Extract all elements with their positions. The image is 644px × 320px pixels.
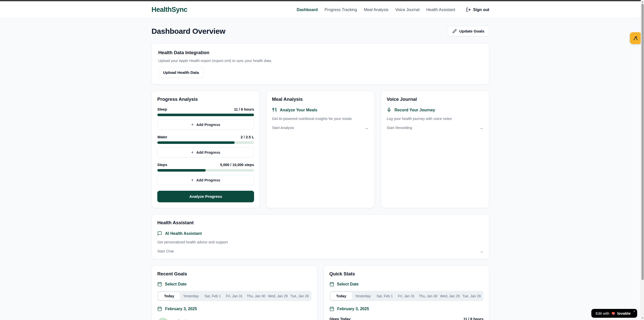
vertical-scrollbar[interactable]: ▲ ▼ [641, 0, 644, 320]
tab-wed-jan-29[interactable]: Wed, Jan 29 [439, 292, 461, 300]
tab-today[interactable]: Today [158, 292, 180, 300]
update-goals-label: Update Goals [459, 29, 484, 34]
tab-thu-jan-30[interactable]: Thu, Jan 30 [417, 292, 439, 300]
nav-health-assistant[interactable]: Health Assistant [426, 8, 455, 12]
heart-gradient-icon [611, 311, 616, 315]
quick-stats-select-date[interactable]: Select Date [329, 282, 484, 286]
goal-steps-progressbar [157, 169, 254, 172]
upload-health-data-button[interactable]: Upload Health Data [158, 67, 204, 78]
arrow-right-icon: → [479, 125, 483, 130]
meal-analysis-card: Meal Analysis Analyze Your Meals Get AI-… [266, 91, 375, 208]
add-progress-label: Add Progress [196, 150, 220, 154]
goal-water-progress-fill [157, 141, 235, 144]
sign-out-label: Sign out [473, 8, 489, 12]
start-recording-action[interactable]: Start Recording → [387, 125, 483, 130]
add-progress-label: Add Progress [196, 123, 220, 127]
calendar-icon [329, 282, 334, 286]
select-date-label: Select Date [165, 282, 187, 286]
meal-analysis-title: Meal Analysis [272, 97, 369, 102]
tab-yesterday[interactable]: Yesterday [180, 292, 202, 300]
recent-goals-current-date[interactable]: February 3, 2025 [157, 306, 312, 311]
start-recording-label: Start Recording [387, 126, 412, 130]
lovable-brand-label: lovable [617, 311, 631, 315]
tab-sat-feb-1[interactable]: Sat, Feb 1 [374, 292, 395, 300]
recent-goals-select-date[interactable]: Select Date [157, 282, 312, 286]
health-data-integration-card: Health Data Integration Upload your Appl… [151, 43, 489, 85]
close-icon[interactable]: × [633, 310, 635, 313]
quick-stats-date-tabs: Today Yesterday Sat, Feb 1 Fri, Jan 31 T… [329, 291, 484, 301]
app-header: HealthSync Dashboard Progress Tracking M… [0, 1, 641, 18]
ai-health-assistant-link[interactable]: AI Health Assistant [157, 231, 483, 236]
calendar-icon [329, 306, 334, 311]
voice-journal-description: Log your health journey with voice notes [387, 117, 483, 121]
scrollbar-down-arrow[interactable]: ▼ [641, 316, 644, 320]
tab-sat-feb-1[interactable]: Sat, Feb 1 [202, 292, 223, 300]
hdi-title: Health Data Integration [158, 50, 482, 55]
ai-health-assistant-label: AI Health Assistant [165, 231, 202, 236]
goal-item-name: Daily Sleep [173, 319, 193, 320]
goal-steps-label: Steps [157, 163, 167, 167]
analyze-progress-button[interactable]: Analyze Progress [157, 191, 254, 202]
meal-analysis-description: Get AI-powered nutritional insights for … [272, 117, 369, 121]
start-analysis-action[interactable]: Start Analysis → [272, 125, 369, 130]
scrollbar-up-arrow[interactable]: ▲ [641, 0, 644, 4]
sign-out-icon [466, 7, 471, 12]
record-your-journey-link[interactable]: Record Your Journey [387, 108, 483, 112]
nav-voice-journal[interactable]: Voice Journal [395, 8, 419, 12]
goal-steps-value: 5,000 / 10,000 steps [220, 163, 254, 167]
quick-stats-title: Quick Stats [329, 271, 484, 277]
calendar-icon [157, 306, 162, 311]
recent-goals-card: Recent Goals Select Date Today Yesterday… [151, 265, 317, 320]
add-progress-sleep-button[interactable]: + Add Progress [157, 119, 254, 130]
tab-fri-jan-31[interactable]: Fri, Jan 31 [395, 292, 417, 300]
goal-water: Water 2 / 2.5 L + Add Progress [157, 135, 254, 157]
add-progress-steps-button[interactable]: + Add Progress [157, 175, 254, 185]
edit-with-label: Edit with [596, 311, 609, 315]
app-logo[interactable]: HealthSync [151, 6, 187, 14]
sign-out-button[interactable]: Sign out [466, 7, 489, 12]
nav-dashboard[interactable]: Dashboard [297, 8, 318, 12]
nav-progress-tracking[interactable]: Progress Tracking [324, 8, 357, 12]
chat-bubble-icon [157, 231, 162, 236]
goal-sleep-value: 11 / 8 hours [234, 107, 254, 111]
plus-icon: + [191, 178, 194, 182]
quick-stats-current-date[interactable]: February 3, 2025 [329, 306, 484, 311]
update-goals-button[interactable]: Update Goals [448, 26, 489, 36]
edit-with-lovable-badge[interactable]: Edit with lovable × [591, 309, 637, 318]
tab-yesterday[interactable]: Yesterday [352, 292, 374, 300]
pencil-icon [452, 29, 457, 33]
voice-journal-card: Voice Journal Record Your Journey Log yo… [381, 91, 489, 208]
goal-water-progressbar [157, 141, 254, 144]
voice-journal-title: Voice Journal [387, 97, 483, 102]
goal-water-label: Water [157, 135, 167, 139]
goal-sleep: Sleep 11 / 8 hours + Add Progress [157, 107, 254, 130]
plus-icon: + [191, 150, 194, 155]
tab-tue-jan-28[interactable]: Tue, Jan 28 [461, 292, 482, 300]
lovable-caret-icon [633, 36, 638, 41]
goal-water-value: 2 / 2.5 L [241, 135, 254, 139]
nav-meal-analysis[interactable]: Meal Analysis [364, 8, 388, 12]
health-assistant-card: Health Assistant AI Health Assistant Get… [151, 214, 489, 259]
lovable-side-widget-button[interactable] [630, 32, 641, 44]
tab-fri-jan-31[interactable]: Fri, Jan 31 [224, 292, 245, 300]
progress-analysis-card: Progress Analysis Sleep 11 / 8 hours + A… [151, 91, 260, 208]
analyze-your-meals-link[interactable]: Analyze Your Meals [272, 108, 369, 112]
health-assistant-description: Get personalized health advice and suppo… [157, 240, 483, 244]
tab-today[interactable]: Today [330, 292, 352, 300]
select-date-label: Select Date [337, 282, 359, 286]
goal-steps: Steps 5,000 / 10,000 steps + Add Progres… [157, 163, 254, 185]
progress-analysis-title: Progress Analysis [157, 97, 254, 102]
add-progress-water-button[interactable]: + Add Progress [157, 147, 254, 157]
check-circle-icon: ✓ [157, 318, 169, 320]
utensils-icon [272, 108, 277, 112]
start-chat-action[interactable]: Start Chat → [157, 249, 483, 253]
scrollbar-thumb[interactable] [641, 4, 644, 280]
current-date-label: February 3, 2025 [337, 307, 369, 311]
goal-sleep-progressbar [157, 114, 254, 116]
hdi-description: Upload your Apple Health export (export.… [158, 59, 482, 63]
arrow-right-icon: → [479, 249, 483, 253]
tab-tue-jan-28[interactable]: Tue, Jan 28 [289, 292, 310, 300]
tab-wed-jan-29[interactable]: Wed, Jan 29 [267, 292, 289, 300]
analyze-your-meals-label: Analyze Your Meals [280, 108, 317, 112]
tab-thu-jan-30[interactable]: Thu, Jan 30 [245, 292, 267, 300]
